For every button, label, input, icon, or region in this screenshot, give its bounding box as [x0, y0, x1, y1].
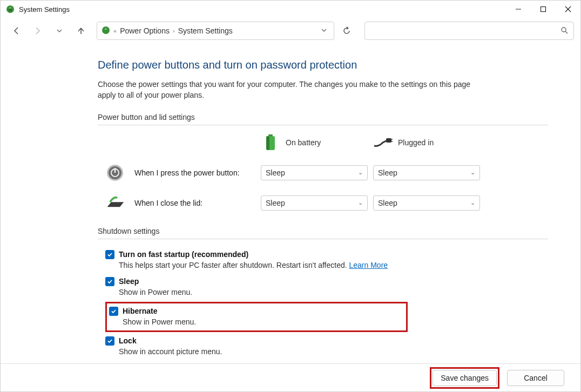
- sleep-desc: Show in Power menu.: [119, 288, 548, 296]
- column-plugged-in: Plugged in: [373, 133, 480, 152]
- checkbox-lock[interactable]: [105, 336, 114, 346]
- app-icon: [6, 5, 15, 13]
- checkbox-sleep[interactable]: [105, 277, 114, 286]
- svg-point-6: [562, 28, 566, 32]
- history-dropdown[interactable]: [50, 22, 69, 40]
- lock-desc: Show in account picture menu.: [119, 347, 548, 356]
- forward-button[interactable]: [29, 22, 47, 40]
- close-lid-icon: [105, 193, 125, 213]
- hibernate-title: Hibernate: [123, 307, 158, 315]
- chevron-right-icon: ›: [173, 28, 175, 34]
- fast-startup-desc: This helps start your PC faster after sh…: [119, 261, 548, 269]
- section-power-lid-label: Power button and lid settings: [98, 113, 548, 121]
- save-highlight: Save changes: [430, 367, 499, 389]
- power-lid-grid: On battery Plugged in When I pres: [105, 133, 548, 213]
- minimize-button[interactable]: [506, 1, 531, 18]
- select-value: Sleep: [378, 168, 397, 177]
- close-lid-plugged-select[interactable]: Sleep ⌄: [373, 195, 480, 211]
- svg-rect-11: [386, 138, 391, 143]
- power-button-plugged-select[interactable]: Sleep ⌄: [373, 165, 480, 180]
- section-shutdown-label: Shutdown settings: [98, 227, 548, 235]
- chevron-down-icon: ⌄: [470, 199, 475, 206]
- address-dropdown-icon[interactable]: [319, 27, 329, 35]
- column-battery-label: On battery: [286, 138, 321, 147]
- shutdown-item-fast-startup: Turn on fast startup (recommended) This …: [105, 247, 548, 274]
- select-value: Sleep: [378, 199, 397, 207]
- navbar: « Power Options › System Settings: [1, 18, 580, 44]
- window-controls: [506, 1, 580, 18]
- power-button-label: When I press the power button:: [134, 168, 255, 177]
- column-on-battery: On battery: [261, 133, 368, 152]
- close-lid-label: When I close the lid:: [134, 199, 255, 207]
- fast-startup-desc-text: This helps start your PC faster after sh…: [119, 261, 349, 269]
- shutdown-item-sleep: Sleep Show in Power menu.: [105, 274, 548, 301]
- up-button[interactable]: [72, 22, 90, 40]
- refresh-button[interactable]: [337, 22, 356, 40]
- titlebar: System Settings: [1, 1, 580, 18]
- hibernate-desc: Show in Power menu.: [123, 317, 402, 326]
- svg-rect-8: [268, 134, 273, 136]
- close-lid-battery-select[interactable]: Sleep ⌄: [261, 195, 368, 211]
- page-title: Define power buttons and turn on passwor…: [98, 59, 548, 71]
- learn-more-link[interactable]: Learn More: [349, 261, 388, 269]
- breadcrumb-icon: [102, 26, 110, 36]
- lock-title: Lock: [119, 336, 137, 345]
- maximize-button[interactable]: [531, 1, 556, 18]
- search-icon: [560, 26, 568, 36]
- shutdown-settings-list: Turn on fast startup (recommended) This …: [105, 247, 548, 360]
- svg-rect-10: [266, 136, 269, 150]
- footer: Save changes Cancel: [1, 363, 580, 391]
- fast-startup-title: Turn on fast startup (recommended): [119, 250, 248, 259]
- svg-line-7: [565, 31, 568, 33]
- chevron-down-icon: ⌄: [358, 199, 363, 206]
- breadcrumb-item-0[interactable]: Power Options: [120, 26, 170, 35]
- search-box[interactable]: [364, 22, 574, 40]
- chevron-down-icon: ⌄: [358, 169, 363, 176]
- save-button[interactable]: Save changes: [433, 370, 497, 386]
- sleep-title: Sleep: [119, 277, 139, 286]
- power-button-battery-select[interactable]: Sleep ⌄: [261, 165, 368, 180]
- cancel-button[interactable]: Cancel: [507, 370, 564, 386]
- address-bar[interactable]: « Power Options › System Settings: [97, 22, 334, 40]
- select-value: Sleep: [266, 199, 285, 207]
- shutdown-item-hibernate: Hibernate Show in Power menu.: [105, 302, 408, 332]
- section-divider: [98, 239, 548, 239]
- checkbox-hibernate[interactable]: [109, 307, 118, 316]
- battery-icon: [261, 133, 280, 152]
- window-title: System Settings: [19, 5, 70, 13]
- power-button-icon: [105, 163, 125, 183]
- section-divider: [98, 125, 548, 125]
- column-plugged-label: Plugged in: [398, 138, 434, 147]
- select-value: Sleep: [266, 168, 285, 177]
- content-area: Define power buttons and turn on passwor…: [1, 44, 580, 360]
- shutdown-item-lock: Lock Show in account picture menu.: [105, 333, 548, 360]
- back-button[interactable]: [7, 22, 25, 40]
- page-description: Choose the power settings that you want …: [98, 79, 487, 101]
- breadcrumb-item-1[interactable]: System Settings: [178, 26, 233, 35]
- plug-icon: [373, 133, 393, 152]
- chevron-down-icon: ⌄: [470, 169, 475, 176]
- svg-rect-2: [541, 7, 546, 12]
- checkbox-fast-startup[interactable]: [105, 250, 114, 259]
- breadcrumb-prefix: «: [113, 28, 117, 34]
- close-button[interactable]: [556, 1, 580, 18]
